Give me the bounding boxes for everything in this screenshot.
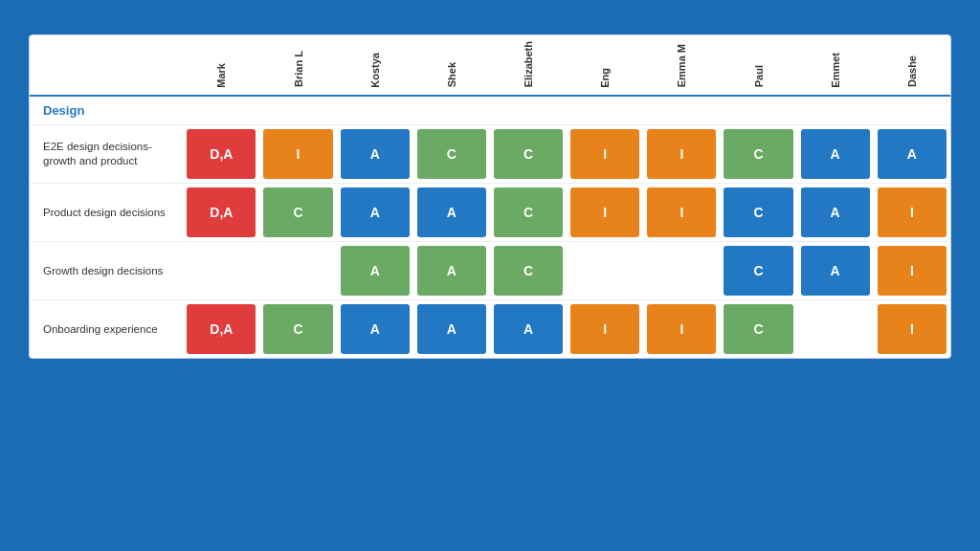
cell: A <box>874 125 950 184</box>
cell-box: I <box>878 246 947 296</box>
cell: D,A <box>183 125 259 184</box>
cell: I <box>874 184 950 242</box>
cell-box: C <box>724 129 792 179</box>
cell: I <box>259 125 336 184</box>
cell-box: A <box>417 187 486 237</box>
cell-box: A <box>801 187 870 237</box>
cell: C <box>720 184 796 242</box>
cell <box>183 242 259 300</box>
task-label: Growth design decisions <box>30 242 183 300</box>
cell: A <box>337 242 413 300</box>
cell-box: I <box>263 129 332 179</box>
cell: C <box>720 242 796 300</box>
cell-box: I <box>878 304 947 354</box>
cell: C <box>259 300 336 359</box>
task-column-header <box>30 35 183 96</box>
cell-box: C <box>494 129 563 179</box>
table-body: DesignE2E design decisions- growth and p… <box>30 96 950 358</box>
cell-box: C <box>494 246 563 296</box>
cell-box: C <box>724 304 792 354</box>
cell: C <box>490 184 567 242</box>
cell-box: C <box>263 304 332 354</box>
cell: I <box>567 184 643 242</box>
person-header: Emma M <box>676 44 687 87</box>
cell: A <box>337 184 413 242</box>
cell: A <box>337 125 413 184</box>
daci-table: MarkBrian LKostyaShekElizabethEngEmma MP… <box>30 35 950 358</box>
person-header: Shek <box>446 62 457 87</box>
cell: A <box>797 242 874 300</box>
cell-box: A <box>494 304 563 354</box>
person-header: Eng <box>599 68 611 88</box>
cell: C <box>720 300 796 359</box>
section-header-row: Design <box>30 96 950 125</box>
cell: I <box>643 184 720 242</box>
table-row: Growth design decisionsAACCAI <box>30 242 950 300</box>
person-header: Kostya <box>369 53 381 88</box>
cell: A <box>413 300 490 359</box>
cell-box: I <box>570 304 639 354</box>
person-header: Mark <box>215 63 227 88</box>
cell: I <box>643 125 720 184</box>
cell: C <box>490 242 567 300</box>
person-header: Dashe <box>906 55 918 87</box>
cell: D,A <box>183 184 259 242</box>
cell: A <box>337 300 413 359</box>
person-header: Elizabeth <box>523 41 534 87</box>
person-header: Emmet <box>830 53 841 88</box>
cell-box: I <box>647 129 716 179</box>
cell-box: A <box>341 187 410 237</box>
cell: A <box>797 125 874 184</box>
cell <box>643 242 720 300</box>
cell <box>259 242 336 300</box>
cell-box: A <box>341 246 410 296</box>
cell-box: A <box>417 246 486 296</box>
cell-box: C <box>263 187 332 237</box>
cell: A <box>413 242 490 300</box>
cell: I <box>567 300 643 359</box>
cell-box: I <box>647 187 716 237</box>
cell: A <box>490 300 567 359</box>
cell: I <box>643 300 720 359</box>
cell-box: C <box>724 246 792 296</box>
cell-box: I <box>647 304 716 354</box>
section-label: Design <box>30 96 950 125</box>
daci-table-container: MarkBrian LKostyaShekElizabethEngEmma MP… <box>29 34 951 359</box>
cell-box: I <box>878 187 947 237</box>
cell-box: C <box>724 187 792 237</box>
cell-box: A <box>878 129 947 179</box>
cell-box: D,A <box>187 129 256 179</box>
cell: D,A <box>183 300 259 359</box>
cell-box: I <box>570 129 639 179</box>
cell-box: A <box>417 304 486 354</box>
table-row: Product design decisionsD,ACAACIICAI <box>30 184 950 242</box>
cell-box: C <box>417 129 486 179</box>
cell: C <box>259 184 336 242</box>
person-header: Paul <box>753 65 765 87</box>
table-row: E2E design decisions- growth and product… <box>30 125 950 184</box>
cell-box: C <box>494 187 563 237</box>
table-row: Onboarding experienceD,ACAAAIICI <box>30 300 950 359</box>
cell-box: I <box>570 187 639 237</box>
cell: I <box>874 300 950 359</box>
cell: A <box>413 184 490 242</box>
cell: A <box>797 184 874 242</box>
task-label: Product design decisions <box>30 184 183 242</box>
cell: C <box>720 125 796 184</box>
cell: I <box>567 125 643 184</box>
cell: I <box>874 242 950 300</box>
cell: C <box>490 125 567 184</box>
person-header: Brian L <box>293 51 304 87</box>
task-label: E2E design decisions- growth and product <box>30 125 183 184</box>
cell <box>567 242 643 300</box>
page-title <box>0 0 77 34</box>
cell <box>797 300 874 359</box>
cell-box: A <box>341 129 410 179</box>
cell-box: D,A <box>187 304 256 354</box>
cell-box: A <box>801 129 870 179</box>
cell-box: A <box>801 246 870 296</box>
cell-box: D,A <box>187 187 256 237</box>
table-header: MarkBrian LKostyaShekElizabethEngEmma MP… <box>30 35 950 96</box>
task-label: Onboarding experience <box>30 300 183 359</box>
cell-box: A <box>341 304 410 354</box>
